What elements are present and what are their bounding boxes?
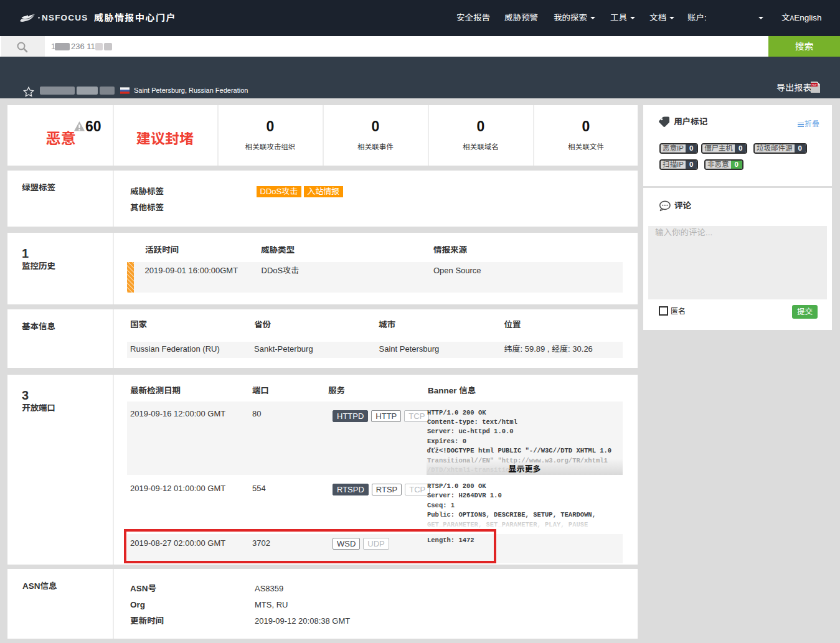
svg-text:PDF: PDF bbox=[811, 83, 817, 87]
